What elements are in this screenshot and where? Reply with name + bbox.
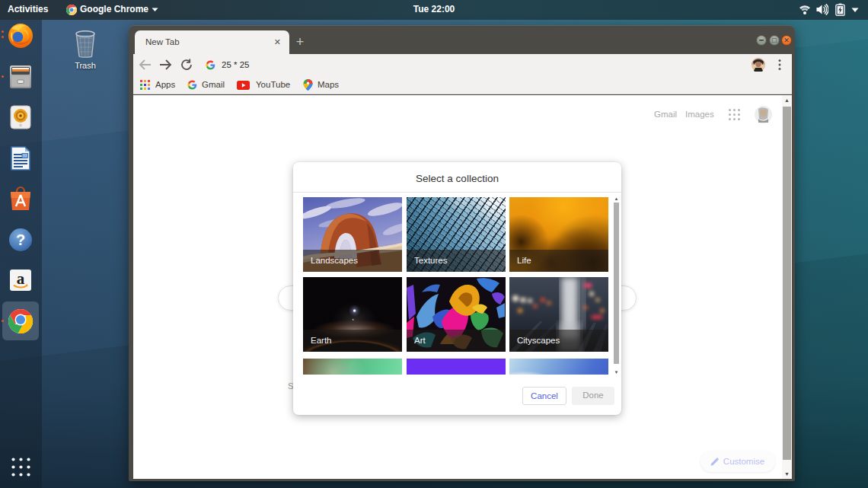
- svg-text:?: ?: [16, 231, 25, 248]
- svg-text:a: a: [17, 270, 25, 288]
